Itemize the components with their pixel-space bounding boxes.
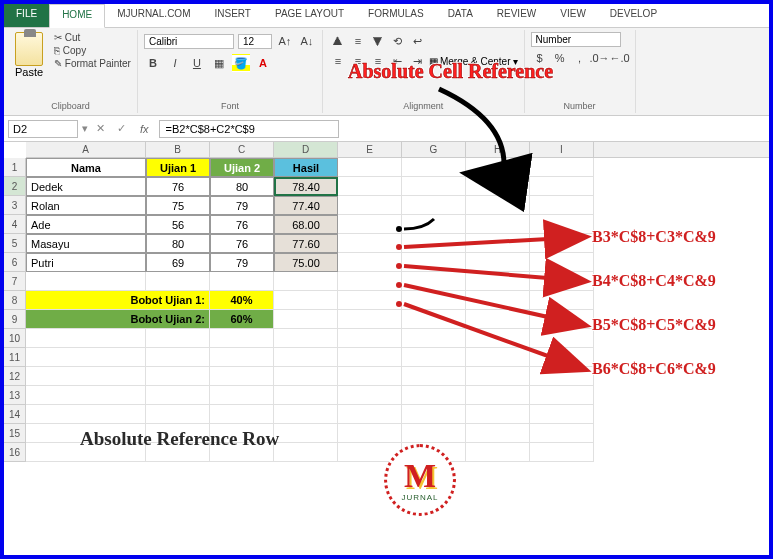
- cell-hasil-3[interactable]: 77.40: [274, 196, 338, 215]
- cell-u2-6[interactable]: 79: [210, 253, 274, 272]
- empty-cell[interactable]: [338, 329, 402, 348]
- formula-input[interactable]: [159, 120, 339, 138]
- empty-cell[interactable]: [530, 158, 594, 177]
- empty-cell[interactable]: [466, 348, 530, 367]
- fx-icon[interactable]: fx: [134, 123, 155, 135]
- empty-cell[interactable]: [210, 405, 274, 424]
- cell-u1-6[interactable]: 69: [146, 253, 210, 272]
- col-header-C[interactable]: C: [210, 142, 274, 157]
- dropdown-icon[interactable]: ▾: [82, 122, 88, 135]
- comma-icon[interactable]: ,: [571, 49, 589, 67]
- indent-increase-icon[interactable]: ⇥: [409, 52, 427, 70]
- cell-u2-2[interactable]: 80: [210, 177, 274, 196]
- row-header-3[interactable]: 3: [4, 196, 26, 215]
- empty-cell[interactable]: [146, 329, 210, 348]
- empty-cell[interactable]: [338, 348, 402, 367]
- increase-font-icon[interactable]: A↑: [276, 32, 294, 50]
- cell-hasil-2[interactable]: 78.40: [274, 177, 338, 196]
- empty-cell[interactable]: [402, 177, 466, 196]
- empty-cell[interactable]: [274, 329, 338, 348]
- orientation-icon[interactable]: ⟲: [389, 32, 407, 50]
- empty-cell[interactable]: [26, 329, 146, 348]
- empty-cell[interactable]: [338, 215, 402, 234]
- empty-cell[interactable]: [274, 367, 338, 386]
- empty-cell[interactable]: [530, 253, 594, 272]
- empty-cell[interactable]: [338, 177, 402, 196]
- empty-cell[interactable]: [466, 253, 530, 272]
- empty-cell[interactable]: [338, 253, 402, 272]
- empty-cell[interactable]: [402, 196, 466, 215]
- empty-cell[interactable]: [26, 405, 146, 424]
- empty-cell[interactable]: [402, 329, 466, 348]
- bold-button[interactable]: B: [144, 54, 162, 72]
- col-header-E[interactable]: E: [338, 142, 402, 157]
- empty-cell[interactable]: [402, 405, 466, 424]
- bobot2-label[interactable]: Bobot Ujian 2:: [26, 310, 210, 329]
- cell-nama-5[interactable]: Masayu: [26, 234, 146, 253]
- cell-hasil-5[interactable]: 77.60: [274, 234, 338, 253]
- empty-cell[interactable]: [530, 424, 594, 443]
- header-ujian1[interactable]: Ujian 1: [146, 158, 210, 177]
- cut-button[interactable]: ✂ Cut: [54, 32, 131, 43]
- empty-cell[interactable]: [466, 329, 530, 348]
- empty-cell[interactable]: [402, 215, 466, 234]
- empty-cell[interactable]: [26, 367, 146, 386]
- empty-cell[interactable]: [274, 443, 338, 462]
- empty-cell[interactable]: [466, 272, 530, 291]
- row-header-1[interactable]: 1: [4, 158, 26, 177]
- empty-cell[interactable]: [530, 310, 594, 329]
- col-header-I[interactable]: I: [530, 142, 594, 157]
- font-color-button[interactable]: A: [254, 54, 272, 72]
- empty-cell[interactable]: [210, 272, 274, 291]
- empty-cell[interactable]: [274, 386, 338, 405]
- row-header-11[interactable]: 11: [4, 348, 26, 367]
- header-hasil[interactable]: Hasil: [274, 158, 338, 177]
- empty-cell[interactable]: [402, 348, 466, 367]
- align-middle-icon[interactable]: ≡: [349, 32, 367, 50]
- increase-decimal-icon[interactable]: .0→: [591, 49, 609, 67]
- col-header-B[interactable]: B: [146, 142, 210, 157]
- tab-developer[interactable]: DEVELOP: [598, 4, 669, 27]
- cell-u1-2[interactable]: 76: [146, 177, 210, 196]
- empty-cell[interactable]: [466, 443, 530, 462]
- col-header-A[interactable]: A: [26, 142, 146, 157]
- tab-formulas[interactable]: FORMULAS: [356, 4, 436, 27]
- empty-cell[interactable]: [530, 386, 594, 405]
- empty-cell[interactable]: [466, 424, 530, 443]
- empty-cell[interactable]: [210, 348, 274, 367]
- cell-nama-3[interactable]: Rolan: [26, 196, 146, 215]
- empty-cell[interactable]: [274, 272, 338, 291]
- empty-cell[interactable]: [274, 348, 338, 367]
- empty-cell[interactable]: [402, 234, 466, 253]
- bobot2-value[interactable]: 60%: [210, 310, 274, 329]
- empty-cell[interactable]: [466, 405, 530, 424]
- row-header-12[interactable]: 12: [4, 367, 26, 386]
- cell-u1-4[interactable]: 56: [146, 215, 210, 234]
- cell-u1-3[interactable]: 75: [146, 196, 210, 215]
- worksheet-grid[interactable]: A B C D E G H I 1NamaUjian 1Ujian 2Hasil…: [4, 142, 769, 462]
- empty-cell[interactable]: [26, 272, 146, 291]
- cell-u2-4[interactable]: 76: [210, 215, 274, 234]
- empty-cell[interactable]: [466, 386, 530, 405]
- empty-cell[interactable]: [26, 386, 146, 405]
- cell-u1-5[interactable]: 80: [146, 234, 210, 253]
- empty-cell[interactable]: [210, 386, 274, 405]
- empty-cell[interactable]: [530, 215, 594, 234]
- empty-cell[interactable]: [274, 405, 338, 424]
- empty-cell[interactable]: [338, 405, 402, 424]
- decrease-decimal-icon[interactable]: ←.0: [611, 49, 629, 67]
- fill-color-button[interactable]: 🪣: [232, 54, 250, 72]
- cell-hasil-4[interactable]: 68.00: [274, 215, 338, 234]
- empty-cell[interactable]: [402, 310, 466, 329]
- cell-u2-3[interactable]: 79: [210, 196, 274, 215]
- currency-icon[interactable]: $: [531, 49, 549, 67]
- empty-cell[interactable]: [274, 310, 338, 329]
- empty-cell[interactable]: [338, 424, 402, 443]
- row-header-6[interactable]: 6: [4, 253, 26, 272]
- empty-cell[interactable]: [530, 291, 594, 310]
- empty-cell[interactable]: [338, 196, 402, 215]
- row-header-4[interactable]: 4: [4, 215, 26, 234]
- empty-cell[interactable]: [210, 329, 274, 348]
- empty-cell[interactable]: [402, 386, 466, 405]
- tab-mjurnal[interactable]: MJURNAL.COM: [105, 4, 202, 27]
